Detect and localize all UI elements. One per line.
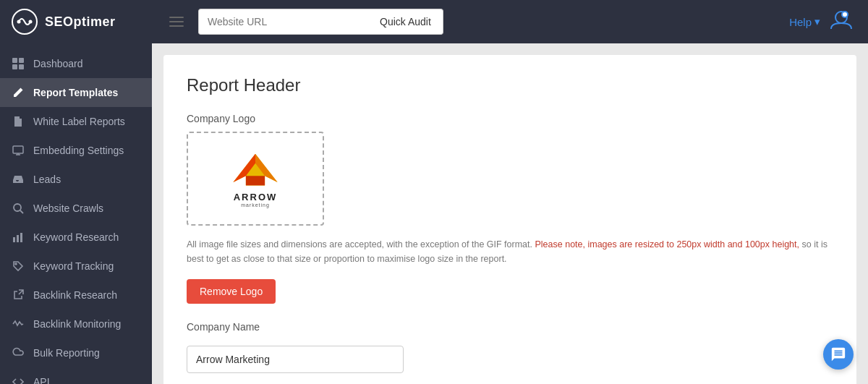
grid-icon	[12, 57, 25, 70]
inbox-icon	[12, 173, 25, 186]
tag-icon	[12, 260, 25, 273]
svg-rect-13	[13, 146, 23, 153]
sidebar-item-bulk-reporting[interactable]: Bulk Reporting	[0, 338, 152, 367]
top-bar: SEOptimer Quick Audit Help ▾	[0, 0, 868, 43]
sidebar-item-keyword-research[interactable]: Keyword Research	[0, 223, 152, 252]
svg-rect-16	[13, 237, 15, 242]
monitor-icon	[12, 144, 25, 157]
logo-text: SEOptimer	[45, 14, 116, 30]
arrow-logo-name: ARROW	[234, 192, 278, 202]
help-button[interactable]: Help ▾	[789, 15, 820, 28]
main-layout: Dashboard Report Templates White Label R…	[0, 43, 868, 384]
sidebar-item-white-label-reports-label: White Label Reports	[33, 116, 125, 127]
sidebar-item-backlink-monitoring[interactable]: Backlink Monitoring	[0, 310, 152, 338]
svg-rect-10	[19, 58, 24, 63]
code-icon	[12, 375, 25, 384]
sidebar-item-dashboard-label: Dashboard	[33, 58, 83, 69]
company-logo-label: Company Logo	[187, 113, 833, 124]
sidebar-item-leads[interactable]: Leads	[0, 165, 152, 194]
info-text-highlight: Please note, images are resized to 250px…	[535, 239, 800, 249]
sidebar-item-report-templates-label: Report Templates	[33, 87, 118, 98]
cloud-icon	[12, 346, 25, 359]
svg-point-8	[843, 12, 847, 17]
sidebar: Dashboard Report Templates White Label R…	[0, 43, 152, 384]
sidebar-item-keyword-tracking[interactable]: Keyword Tracking	[0, 252, 152, 281]
sidebar-item-website-crawls[interactable]: Website Crawls	[0, 194, 152, 223]
svg-rect-11	[12, 64, 17, 69]
logo-upload-box[interactable]: ARROW marketing	[187, 132, 324, 226]
svg-point-1	[17, 20, 21, 24]
activity-icon	[12, 317, 25, 330]
svg-line-15	[20, 210, 23, 213]
svg-point-19	[15, 263, 17, 265]
sidebar-item-dashboard[interactable]: Dashboard	[0, 49, 152, 78]
sidebar-item-backlink-monitoring-label: Backlink Monitoring	[33, 318, 121, 330]
file-icon	[12, 115, 25, 128]
chat-button[interactable]	[823, 339, 854, 370]
logo-area: SEOptimer	[0, 9, 152, 35]
help-label: Help	[789, 16, 812, 28]
remove-logo-button[interactable]: Remove Logo	[187, 279, 276, 304]
top-bar-right: Help ▾	[775, 9, 868, 35]
arrow-logo-sub: marketing	[241, 202, 270, 208]
arrow-logo-preview: ARROW marketing	[230, 150, 281, 208]
sidebar-item-api-label: API	[33, 376, 50, 384]
company-name-section: Company Name	[187, 321, 833, 373]
website-url-input[interactable]	[198, 9, 372, 35]
hamburger-button[interactable]	[163, 12, 190, 32]
arrow-marketing-logo-svg	[230, 150, 281, 189]
company-name-input[interactable]	[187, 346, 404, 373]
main-content: Report Header Company Logo ARROW	[152, 43, 868, 384]
svg-rect-18	[20, 233, 22, 242]
info-text-normal: All image file sizes and dimensions are …	[187, 239, 532, 249]
svg-rect-4	[169, 21, 184, 22]
edit-icon	[12, 86, 25, 99]
company-name-label: Company Name	[187, 321, 833, 333]
svg-rect-12	[19, 64, 24, 69]
help-chevron-icon: ▾	[814, 15, 820, 28]
arrow-logo-text: ARROW marketing	[234, 192, 278, 208]
page-title: Report Header	[187, 75, 833, 95]
bar-chart-icon	[12, 231, 25, 244]
sidebar-item-backlink-research[interactable]: Backlink Research	[0, 281, 152, 310]
logo-info-text: All image file sizes and dimensions are …	[187, 237, 833, 266]
content-card: Report Header Company Logo ARROW	[163, 55, 856, 384]
sidebar-item-keyword-research-label: Keyword Research	[33, 231, 119, 243]
search-icon	[12, 202, 25, 215]
user-profile-button[interactable]	[829, 9, 854, 35]
svg-marker-23	[246, 176, 265, 185]
svg-rect-3	[169, 17, 184, 18]
svg-point-2	[29, 20, 33, 24]
sidebar-item-bulk-reporting-label: Bulk Reporting	[33, 347, 100, 359]
sidebar-item-report-templates[interactable]: Report Templates	[0, 78, 152, 107]
sidebar-item-embedding-settings-label: Embedding Settings	[33, 145, 124, 156]
svg-point-14	[14, 204, 21, 211]
svg-rect-9	[12, 58, 17, 63]
quick-audit-button[interactable]: Quick Audit	[368, 9, 443, 35]
sidebar-item-white-label-reports[interactable]: White Label Reports	[0, 107, 152, 136]
sidebar-item-leads-label: Leads	[33, 174, 61, 185]
sidebar-item-backlink-research-label: Backlink Research	[33, 289, 117, 301]
svg-rect-5	[169, 25, 184, 27]
svg-rect-17	[17, 235, 19, 242]
seoptimer-logo-icon	[12, 9, 38, 35]
top-bar-center: Quick Audit	[152, 9, 775, 35]
sidebar-item-embedding-settings[interactable]: Embedding Settings	[0, 136, 152, 165]
sidebar-item-api[interactable]: API	[0, 367, 152, 384]
sidebar-item-website-crawls-label: Website Crawls	[33, 202, 103, 214]
url-search-group: Quick Audit	[198, 9, 443, 35]
external-link-icon	[12, 289, 25, 302]
sidebar-item-keyword-tracking-label: Keyword Tracking	[33, 260, 114, 272]
